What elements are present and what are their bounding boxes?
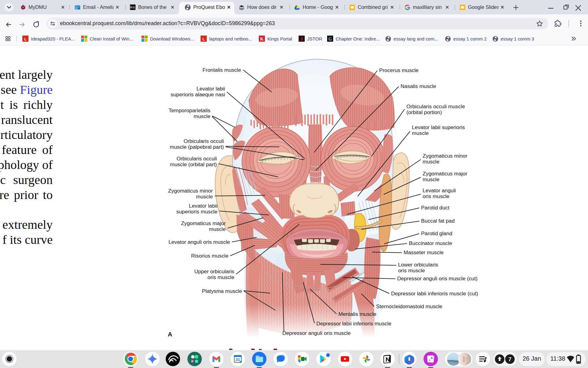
svg-text:Levator labii: Levator labii: [189, 203, 217, 209]
svg-text:Levator anguli: Levator anguli: [423, 187, 456, 194]
svg-text:Depressor labii inferioris mus: Depressor labii inferioris muscle: [316, 320, 391, 327]
svg-text:Orbicularis occuli muscle: Orbicularis occuli muscle: [406, 103, 465, 109]
svg-text:muscle: muscle: [423, 176, 439, 182]
svg-text:31: 31: [236, 357, 240, 362]
svg-text:L: L: [202, 37, 205, 41]
svg-text:Mentalis muscle: Mentalis muscle: [338, 311, 376, 317]
svg-text:Procerus muscle: Procerus muscle: [379, 67, 419, 73]
svg-text:(orbital portion): (orbital portion): [406, 109, 442, 115]
svg-text:Depressor anguli oris muscle (: Depressor anguli oris muscle (cut): [397, 275, 477, 282]
svg-text:oris muscle: oris muscle: [398, 267, 425, 274]
svg-text:Levator labii superioris: Levator labii superioris: [412, 124, 465, 130]
svg-text:Buccinator muscle: Buccinator muscle: [409, 240, 452, 246]
svg-text:Depressor labii inferioris mus: Depressor labii inferioris muscle (cut): [391, 290, 478, 297]
svg-text:A: A: [168, 331, 172, 338]
svg-text:oris muscle: oris muscle: [423, 193, 449, 199]
svg-text:Sternocleidomastoid muscle: Sternocleidomastoid muscle: [376, 303, 442, 309]
svg-text:Levator labii: Levator labii: [197, 86, 225, 92]
svg-text:J: J: [300, 36, 303, 41]
svg-text:Orbicularis occuli: Orbicularis occuli: [176, 155, 217, 162]
svg-text:Zygomaticus major: Zygomaticus major: [423, 171, 467, 177]
svg-text:superioris muscle: superioris muscle: [176, 209, 217, 215]
svg-text:Orbicularis occuli: Orbicularis occuli: [183, 138, 224, 144]
svg-text:Levator anguli oris muscle: Levator anguli oris muscle: [168, 239, 230, 245]
svg-text:muscle: muscle: [423, 159, 439, 165]
svg-text:Upper orbicularis: Upper orbicularis: [194, 268, 234, 274]
svg-text:Depressor anguli oris muscle: Depressor anguli oris muscle: [282, 330, 351, 336]
svg-text:K: K: [260, 36, 264, 41]
svg-text:Risorius muscle: Risorius muscle: [191, 253, 228, 259]
svg-text:G: G: [329, 37, 332, 41]
svg-text:muscle: muscle: [209, 226, 226, 232]
svg-text:muscle: muscle: [412, 130, 429, 136]
svg-text:Platysma muscle: Platysma muscle: [202, 288, 242, 294]
svg-text:muscle (palpebral part): muscle (palpebral part): [170, 144, 224, 150]
svg-text:Masseter muscle: Masseter muscle: [404, 249, 444, 255]
svg-text:muscle (orbital part): muscle (orbital part): [170, 161, 217, 167]
svg-text:7: 7: [508, 356, 511, 362]
svg-text:Frontalis muscle: Frontalis muscle: [202, 67, 241, 73]
svg-text:Zygomaticus minor: Zygomaticus minor: [168, 188, 213, 194]
svg-text:oris muscle: oris muscle: [208, 274, 234, 280]
svg-text:Lower orbicularis: Lower orbicularis: [398, 262, 438, 268]
svg-text:Zygomaticus major: Zygomaticus major: [181, 220, 226, 226]
svg-text:Parotid duct: Parotid duct: [421, 205, 449, 211]
svg-text:Buccal fat pad: Buccal fat pad: [421, 218, 455, 224]
svg-text:Nasalis muscle: Nasalis muscle: [401, 83, 436, 89]
svg-text:Temporoparietalis: Temporoparietalis: [169, 107, 211, 113]
svg-text:superioris alaeque nasi: superioris alaeque nasi: [171, 91, 225, 98]
svg-text:muscle: muscle: [196, 194, 213, 200]
svg-text:D2L: D2L: [130, 6, 135, 9]
svg-text:Zygomaticus minor: Zygomaticus minor: [423, 153, 467, 159]
svg-text:muscle: muscle: [194, 113, 210, 119]
svg-text:L: L: [24, 37, 27, 41]
svg-text:Parotid gland: Parotid gland: [421, 230, 452, 236]
